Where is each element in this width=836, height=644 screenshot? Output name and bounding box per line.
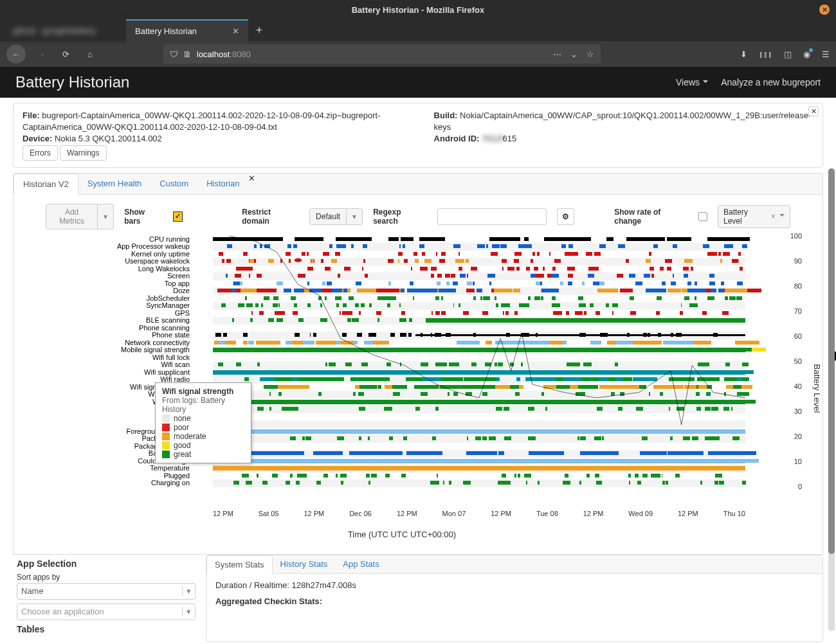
subtab-app-stats[interactable]: App Stats bbox=[335, 555, 386, 573]
chart-toolbar: Add Metrics ▾ Show bars ✓ Restrict domai… bbox=[20, 201, 816, 236]
new-tab-button[interactable]: + bbox=[248, 19, 270, 41]
tab-historian[interactable]: Historian bbox=[197, 174, 248, 194]
sort-apps-select[interactable]: Name ▾ bbox=[17, 583, 195, 600]
timeline-row[interactable] bbox=[213, 435, 745, 443]
home-button[interactable]: ⌂ bbox=[81, 45, 99, 63]
views-dropdown[interactable]: Views bbox=[676, 77, 708, 87]
timeline-row[interactable] bbox=[213, 450, 745, 458]
timeline-row[interactable] bbox=[213, 332, 745, 339]
forward-button[interactable]: → bbox=[32, 45, 50, 63]
timeline-row[interactable] bbox=[213, 420, 745, 428]
menu-icon[interactable]: ☰ bbox=[822, 49, 830, 59]
timeline-row[interactable] bbox=[213, 384, 745, 391]
more-icon[interactable]: ⋯ bbox=[553, 49, 561, 59]
metadata-panel: ✕ File: bugreport-CaptainAmerica_00WW-QK… bbox=[13, 103, 823, 168]
timeline-row[interactable] bbox=[213, 302, 745, 310]
row-label: Doze bbox=[26, 287, 194, 295]
restrict-domain-dropdown[interactable]: Default ▾ bbox=[309, 208, 363, 225]
reload-button[interactable]: ⟳ bbox=[57, 45, 75, 63]
timeline-row[interactable] bbox=[213, 236, 745, 244]
choose-app-select[interactable]: Choose an application ▾ bbox=[17, 604, 195, 620]
timeline-row[interactable] bbox=[213, 413, 745, 421]
timeline-row[interactable] bbox=[213, 317, 745, 325]
analyze-link[interactable]: Analyze a new bugreport bbox=[721, 77, 821, 87]
timeline-row[interactable] bbox=[213, 472, 745, 480]
browser-tab-active[interactable]: Battery Historian ✕ bbox=[126, 19, 248, 41]
timeline-row[interactable] bbox=[213, 287, 745, 295]
shield-icon[interactable]: 🛡 bbox=[170, 49, 178, 59]
row-label: Phone state bbox=[26, 332, 194, 339]
pocket-icon[interactable]: ⌄ bbox=[570, 49, 577, 59]
timeline-row[interactable] bbox=[213, 391, 745, 398]
timeline-row[interactable] bbox=[213, 243, 745, 251]
dropdown-caret-icon: ▾ bbox=[182, 586, 191, 596]
show-rate-checkbox[interactable] bbox=[698, 212, 707, 221]
row-label: Mobile signal strength bbox=[26, 346, 194, 354]
timeline-row[interactable] bbox=[213, 339, 745, 347]
x-axis: 12 PMSat 0512 PMDec 0612 PMMon 0712 PMTu… bbox=[213, 510, 745, 520]
downloads-icon[interactable]: ⬇ bbox=[740, 49, 747, 59]
row-label: Top app bbox=[26, 280, 194, 288]
row-label: Temperature bbox=[26, 465, 194, 472]
timeline-row[interactable] bbox=[213, 280, 745, 288]
tab-close-icon[interactable]: ✕ bbox=[232, 26, 239, 36]
close-tabs-button[interactable]: ✕ bbox=[248, 174, 255, 194]
show-bars-checkbox[interactable]: ✓ bbox=[173, 211, 183, 222]
timeline-row[interactable] bbox=[213, 398, 745, 406]
vertical-scrollbar[interactable] bbox=[828, 168, 835, 631]
timeline-row[interactable] bbox=[213, 251, 745, 258]
add-metrics-button-group[interactable]: Add Metrics ▾ bbox=[46, 204, 114, 229]
subtab-system-stats[interactable]: System Stats bbox=[206, 555, 273, 574]
browser-tabbar: github · google/battery Battery Historia… bbox=[0, 19, 836, 41]
plot-area[interactable] bbox=[213, 236, 745, 506]
bookmark-icon[interactable]: ☆ bbox=[586, 49, 594, 59]
errors-button[interactable]: Errors bbox=[23, 145, 58, 161]
settings-button[interactable]: ⚙ bbox=[557, 208, 574, 225]
timeline-row[interactable] bbox=[213, 354, 745, 362]
tab-custom[interactable]: Custom bbox=[150, 174, 197, 194]
tab-title: Battery Historian bbox=[135, 26, 197, 36]
battery-level-chip[interactable]: Battery Level × bbox=[718, 205, 790, 228]
timeline-row[interactable] bbox=[213, 325, 745, 332]
subtab-history-stats[interactable]: History Stats bbox=[273, 555, 336, 573]
timeline-row[interactable] bbox=[213, 376, 745, 384]
y-axis-label: Battery Level bbox=[813, 364, 822, 413]
stats-panel: System Stats History Stats App Stats Dur… bbox=[206, 555, 823, 642]
chip-dropdown-icon[interactable] bbox=[779, 212, 785, 221]
timeline-row[interactable] bbox=[213, 443, 745, 451]
lock-icon: 🗎 bbox=[183, 49, 192, 59]
row-label: Userspace wakelock bbox=[26, 258, 194, 265]
timeline-row[interactable] bbox=[213, 465, 745, 472]
tab-system-health[interactable]: System Health bbox=[78, 174, 151, 194]
scrollbar-thumb[interactable] bbox=[828, 168, 835, 554]
timeline-row[interactable] bbox=[213, 265, 745, 273]
row-label: Screen bbox=[26, 273, 194, 280]
timeline-row[interactable] bbox=[213, 295, 745, 303]
account-icon[interactable]: ◉ bbox=[803, 49, 810, 59]
tooltip: Wifi signal strength From logs: Battery … bbox=[155, 382, 251, 463]
timeline-row[interactable] bbox=[213, 428, 745, 436]
regexp-search-input[interactable] bbox=[437, 208, 547, 225]
timeline-row[interactable] bbox=[213, 310, 745, 318]
timeline-row[interactable] bbox=[213, 479, 745, 487]
back-button[interactable]: ← bbox=[6, 44, 26, 64]
timeline-chart[interactable]: CPU runningApp Processor wakeupKernel on… bbox=[26, 236, 777, 532]
timeline-row[interactable] bbox=[213, 458, 745, 465]
browser-tab-inactive[interactable]: github · google/battery bbox=[4, 19, 126, 41]
dropdown-caret-icon[interactable]: ▾ bbox=[98, 204, 114, 229]
sidebar-icon[interactable]: ◫ bbox=[784, 49, 792, 59]
timeline-row[interactable] bbox=[213, 258, 745, 265]
timeline-row[interactable] bbox=[213, 369, 745, 377]
warnings-button[interactable]: Warnings bbox=[60, 145, 106, 161]
timeline-row[interactable] bbox=[213, 346, 745, 354]
remove-chip-icon[interactable]: × bbox=[771, 212, 776, 221]
timeline-row[interactable] bbox=[213, 406, 745, 413]
timeline-row[interactable] bbox=[213, 361, 745, 369]
close-panel-button[interactable]: ✕ bbox=[808, 106, 819, 116]
library-icon[interactable]: ⫿⫿⫿ bbox=[759, 49, 772, 59]
window-title: Battery Historian - Mozilla Firefox bbox=[352, 5, 485, 15]
timeline-row[interactable] bbox=[213, 273, 745, 280]
tab-historian-v2[interactable]: Historian V2 bbox=[14, 174, 78, 195]
window-close-button[interactable]: ✕ bbox=[819, 4, 830, 15]
url-bar[interactable]: 🛡 🗎 localhost:8080 ⋯ ⌄ ☆ bbox=[163, 44, 601, 64]
